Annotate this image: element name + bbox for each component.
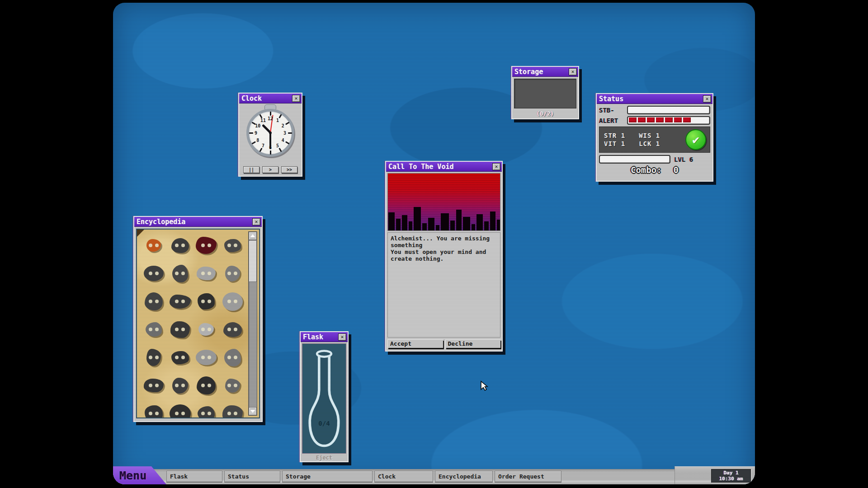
encyclopedia-entry[interactable] xyxy=(146,239,161,252)
creature-icon xyxy=(145,405,163,418)
taskbar-button-order-request[interactable]: Order Request xyxy=(495,471,561,483)
creature-eye xyxy=(227,272,231,275)
clock-numeral: 9 xyxy=(255,131,257,136)
creature-icon xyxy=(145,292,163,310)
creature-eye xyxy=(175,356,179,359)
play-button[interactable]: > xyxy=(262,166,278,173)
creature-icon xyxy=(197,267,216,280)
creature-eye xyxy=(201,272,205,275)
creature-eye xyxy=(149,300,152,303)
close-icon[interactable]: ✕ xyxy=(252,218,260,225)
accept-button[interactable]: Accept xyxy=(387,339,443,348)
clock-face: 121234567891011 xyxy=(246,109,294,157)
decline-button[interactable]: Decline xyxy=(445,339,501,348)
alert-bar xyxy=(627,116,710,125)
encyclopedia-entry[interactable] xyxy=(145,292,163,310)
void-cityscape-image xyxy=(387,173,500,231)
taskbar-button-encyclopedia[interactable]: Encyclopedia xyxy=(435,471,493,483)
check-icon: ✔ xyxy=(685,129,706,150)
creature-icon xyxy=(171,351,189,364)
creature-icon xyxy=(170,295,191,309)
void-titlebar[interactable]: Call To The Void ✕ xyxy=(386,162,502,172)
encyclopedia-entry[interactable] xyxy=(171,351,189,364)
encyclopedia-entry[interactable] xyxy=(222,292,243,311)
building-silhouette xyxy=(422,223,427,230)
encyclopedia-entry[interactable] xyxy=(144,379,164,392)
pause-button[interactable]: || xyxy=(243,166,259,173)
fast-forward-button[interactable]: >> xyxy=(281,166,297,173)
creature-icon xyxy=(223,322,242,337)
level-bar xyxy=(599,155,670,164)
building-silhouette xyxy=(484,221,489,230)
encyclopedia-entry[interactable] xyxy=(225,379,240,393)
window-encyclopedia: Encyclopedia ✕ xyxy=(133,216,263,422)
alert-segment xyxy=(656,117,664,122)
encyclopedia-entry[interactable] xyxy=(196,350,217,365)
creature-eye xyxy=(155,300,159,303)
creature-icon xyxy=(196,350,217,365)
arrow-down-icon xyxy=(250,409,255,413)
encyclopedia-entry[interactable] xyxy=(144,266,164,281)
creature-icon xyxy=(197,376,216,394)
menu-label: Menu xyxy=(119,469,146,482)
stb-bar xyxy=(627,106,710,114)
menu-button[interactable]: Menu xyxy=(113,466,166,484)
encyclopedia-entry[interactable] xyxy=(222,405,243,419)
stat-str: STR 1 xyxy=(604,132,625,139)
creature-eye xyxy=(234,300,237,303)
creature-eye xyxy=(227,300,231,303)
creature-eye xyxy=(149,412,152,415)
encyclopedia-entry[interactable] xyxy=(172,265,188,282)
clock-titlebar[interactable]: Clock ✕ xyxy=(239,94,302,103)
creature-eye xyxy=(155,384,159,387)
clock-center-pin xyxy=(269,131,272,134)
close-icon[interactable]: ✕ xyxy=(492,163,500,170)
encyclopedia-entry[interactable] xyxy=(224,349,241,366)
alert-segment xyxy=(638,117,646,122)
creature-eye xyxy=(234,272,237,275)
encyclopedia-entry[interactable] xyxy=(225,266,240,282)
encyclopedia-entry[interactable] xyxy=(198,406,215,418)
encyclopedia-entry[interactable] xyxy=(146,322,162,337)
encyclopedia-entry[interactable] xyxy=(170,321,190,338)
encyclopedia-entry[interactable] xyxy=(223,322,242,337)
close-icon[interactable]: ✕ xyxy=(338,333,346,341)
clock-content: 121234567891011 ||>>> xyxy=(239,103,302,175)
encyclopedia-scrollbar[interactable] xyxy=(248,231,257,416)
creature-icon xyxy=(196,237,217,254)
encyclopedia-entry[interactable] xyxy=(196,237,217,254)
system-tray-clock: Day 1 10:30 am xyxy=(711,469,751,483)
scroll-down-button[interactable] xyxy=(249,407,257,415)
flask-titlebar[interactable]: Flask ✕ xyxy=(301,332,348,342)
encyclopedia-titlebar[interactable]: Encyclopedia ✕ xyxy=(134,217,262,227)
encyclopedia-entry[interactable] xyxy=(145,405,163,418)
encyclopedia-entry[interactable] xyxy=(172,378,188,394)
creature-eye xyxy=(155,412,159,415)
encyclopedia-entry[interactable] xyxy=(224,239,241,252)
close-icon[interactable]: ✕ xyxy=(292,95,300,102)
encyclopedia-entry[interactable] xyxy=(198,323,214,336)
scrollbar-thumb[interactable] xyxy=(249,240,257,282)
taskbar-button-storage[interactable]: Storage xyxy=(282,471,373,483)
eject-button[interactable]: Eject xyxy=(301,454,348,461)
storage-slot[interactable] xyxy=(514,79,576,108)
close-icon[interactable]: ✕ xyxy=(703,95,711,103)
taskbar-button-clock[interactable]: Clock xyxy=(374,471,433,483)
creature-icon xyxy=(144,379,164,392)
taskbar-button-status[interactable]: Status xyxy=(224,471,280,483)
encyclopedia-entry[interactable] xyxy=(198,293,215,310)
clock-tick xyxy=(278,148,282,152)
encyclopedia-entry[interactable] xyxy=(171,238,189,253)
encyclopedia-entry[interactable] xyxy=(197,376,216,394)
encyclopedia-entry[interactable] xyxy=(170,404,191,419)
scroll-up-button[interactable] xyxy=(249,232,257,240)
creature-eye xyxy=(175,300,179,303)
status-titlebar[interactable]: Status ✕ xyxy=(597,94,712,104)
encyclopedia-entry[interactable] xyxy=(170,295,191,309)
close-icon[interactable]: ✕ xyxy=(569,68,577,75)
storage-titlebar[interactable]: Storage ✕ xyxy=(512,67,578,77)
taskbar-button-flask[interactable]: Flask xyxy=(166,471,222,483)
encyclopedia-entry[interactable] xyxy=(146,349,161,366)
encyclopedia-entry[interactable] xyxy=(197,267,216,280)
clock-tick xyxy=(278,114,282,118)
